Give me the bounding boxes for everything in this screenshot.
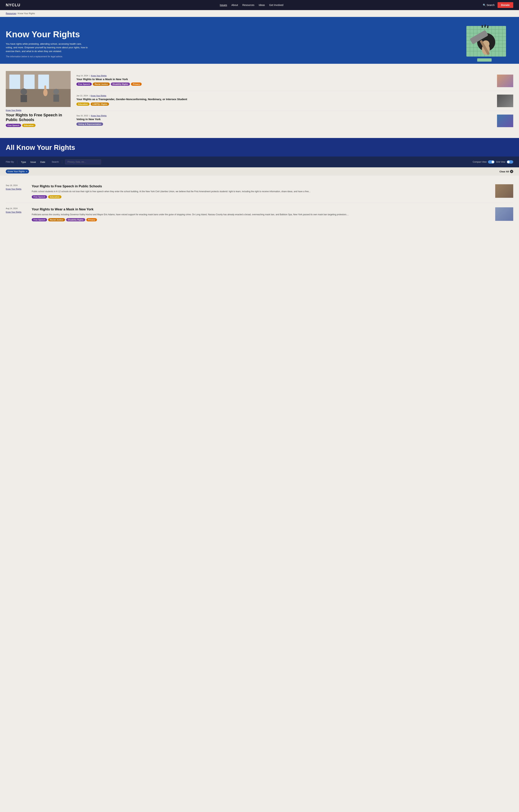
compact-view-label: Compact View	[473, 161, 487, 163]
filter-type-button[interactable]: Type	[20, 161, 27, 163]
nav-item-about[interactable]: About	[231, 3, 238, 7]
side-article-title-0: Your Rights to Wear a Mask in New York	[76, 78, 494, 81]
compact-view-toggle[interactable]	[488, 160, 494, 164]
article-excerpt-1: Politicians across the country, includin…	[32, 213, 491, 216]
nav-link-resources[interactable]: Resources	[242, 4, 254, 6]
side-article-category-link-2[interactable]: Know Your Rights	[91, 115, 107, 117]
active-filter-close-icon[interactable]: ✕	[26, 171, 27, 173]
article-date-1: Aug 14, 2024	[6, 207, 27, 209]
hero-section: Know Your Rights You have rights while p…	[0, 17, 519, 64]
side-article-date-0: Aug 14, 2024	[76, 75, 88, 77]
hero-description: You have rights while protesting, attend…	[6, 42, 89, 53]
donate-button[interactable]: Donate	[497, 2, 513, 8]
active-filter-know-your-rights: Know Your Rights ✕	[6, 170, 29, 173]
article-content-1: Your Rights to Wear a Mask in New York P…	[32, 207, 491, 222]
article-thumb-img-0	[495, 184, 513, 198]
article-category-link-1[interactable]: Know Your Rights	[6, 211, 22, 213]
clear-all-button[interactable]: Clear All ✕	[499, 170, 513, 173]
filter-issue-button[interactable]: Issue	[30, 161, 37, 163]
svg-rect-31	[38, 75, 49, 89]
hero-disclaimer: The information below is not a replaceme…	[6, 55, 63, 58]
tag-voting-2[interactable]: Voting & Representation	[76, 122, 103, 126]
side-article-img-0	[497, 75, 513, 87]
featured-section: Know Your Rights Your Rights to Free Spe…	[0, 64, 519, 138]
toggle-knob-compact	[492, 161, 494, 163]
tag-racial-justice-0[interactable]: Racial Justice	[93, 83, 110, 86]
svg-rect-28	[6, 89, 71, 107]
navbar: NYCLU Issues About Resources Ideas Get I…	[0, 0, 519, 10]
tag-privacy-0[interactable]: Privacy	[131, 83, 142, 86]
active-filter-tags: Know Your Rights ✕	[6, 170, 29, 173]
all-section-title: All Know Your Rights	[6, 144, 513, 151]
side-article-text-2: Sep 16, 2022 | Know Your Rights Voting i…	[76, 115, 494, 126]
hero-title: Know Your Rights	[6, 30, 89, 39]
side-article-text-0: Aug 14, 2024 | Know Your Rights Your Rig…	[76, 75, 494, 86]
article-item-0: Sep 18, 2024 Know Your Rights Your Right…	[6, 180, 513, 203]
filter-date-button[interactable]: Date	[39, 161, 46, 163]
featured-main-title: Your Rights to Free Speech in Public Sch…	[6, 113, 71, 122]
breadcrumb-parent[interactable]: Resources	[6, 12, 16, 15]
svg-rect-35	[21, 95, 27, 102]
article-tag-education-0[interactable]: Education	[48, 195, 61, 199]
featured-main-category-link[interactable]: Know Your Rights	[6, 109, 22, 111]
side-article-category-link-0[interactable]: Know Your Rights	[91, 75, 107, 77]
article-thumb-1	[495, 207, 513, 221]
svg-rect-29	[9, 75, 20, 89]
tag-lgbtq-1[interactable]: LGBTQ+ Rights	[91, 103, 109, 106]
svg-line-24	[485, 25, 485, 27]
filter-bar: Filter By: Type Issue Date Search: Compa…	[0, 156, 519, 167]
filter-by-label: Filter By:	[6, 161, 14, 163]
article-tag-disability-rights-1[interactable]: Disability Rights	[66, 218, 85, 221]
search-icon: 🔍	[483, 4, 486, 6]
article-tag-racial-justice-1[interactable]: Racial Justice	[48, 218, 65, 221]
svg-rect-30	[24, 75, 35, 89]
breadcrumb-current: Know Your Rights	[18, 12, 35, 15]
side-article-2: Sep 16, 2022 | Know Your Rights Voting i…	[76, 111, 513, 131]
nav-link-ideas[interactable]: Ideas	[259, 4, 265, 6]
search-label: Search	[487, 4, 494, 6]
article-tag-free-speech-1[interactable]: Free Speech	[32, 218, 47, 221]
nav-links: Issues About Resources Ideas Get Involve…	[220, 3, 283, 7]
nav-item-issues[interactable]: Issues	[220, 3, 227, 7]
svg-rect-33	[44, 85, 46, 93]
featured-main-article: Know Your Rights Your Rights to Free Spe…	[6, 71, 71, 131]
tag-education-1[interactable]: Education	[76, 103, 89, 106]
article-tag-free-speech-0[interactable]: Free Speech	[32, 195, 47, 199]
side-article-category-link-1[interactable]: Know Your Rights	[91, 94, 106, 97]
article-thumb-img-1	[495, 207, 513, 221]
article-thumb-0	[495, 184, 513, 198]
article-category-link-0[interactable]: Know Your Rights	[6, 188, 22, 190]
article-content-0: Your Rights to Free Speech in Public Sch…	[32, 184, 491, 199]
svg-rect-26	[477, 58, 492, 62]
nav-item-ideas[interactable]: Ideas	[259, 3, 265, 7]
active-filters-bar: Know Your Rights ✕ Clear All ✕	[0, 167, 519, 176]
tag-free-speech-0[interactable]: Free Speech	[76, 83, 92, 86]
breadcrumb: Resources / Know Your Rights	[0, 10, 519, 17]
hero-image	[456, 24, 513, 64]
filter-search-label: Search:	[52, 161, 59, 163]
grid-view-label: Grid View	[496, 161, 505, 163]
search-button[interactable]: 🔍 Search	[483, 4, 494, 6]
side-article-tags-2: Voting & Representation	[76, 122, 494, 126]
nav-link-issues[interactable]: Issues	[220, 4, 227, 6]
all-section-header: All Know Your Rights	[0, 138, 519, 156]
side-article-text-1: Jan 22, 2024 | Know Your Rights Your Rig…	[76, 94, 494, 106]
article-tag-privacy-1[interactable]: Privacy	[86, 218, 97, 221]
nav-link-get-involved[interactable]: Get Involved	[269, 4, 283, 6]
article-tags-0: Free Speech Education	[32, 195, 491, 199]
nav-item-get-involved[interactable]: Get Involved	[269, 3, 283, 7]
side-article-title-2: Voting in New York	[76, 117, 494, 121]
grid-view-toggle[interactable]	[507, 160, 513, 164]
featured-main-image	[6, 71, 71, 107]
side-article-tags-0: Free Speech Racial Justice Disability Ri…	[76, 83, 494, 86]
tag-free-speech[interactable]: Free Speech	[6, 124, 21, 127]
nav-item-resources[interactable]: Resources	[242, 3, 254, 7]
filter-search-input[interactable]	[65, 160, 101, 165]
article-title-0: Your Rights to Free Speech in Public Sch…	[32, 184, 491, 188]
svg-rect-37	[53, 94, 59, 102]
tag-disability-rights-0[interactable]: Disability Rights	[111, 83, 130, 86]
tag-education[interactable]: Education	[22, 124, 35, 127]
article-meta-col-0: Sep 18, 2024 Know Your Rights	[6, 184, 27, 191]
clear-all-x-icon: ✕	[510, 170, 513, 173]
nav-link-about[interactable]: About	[231, 4, 238, 6]
